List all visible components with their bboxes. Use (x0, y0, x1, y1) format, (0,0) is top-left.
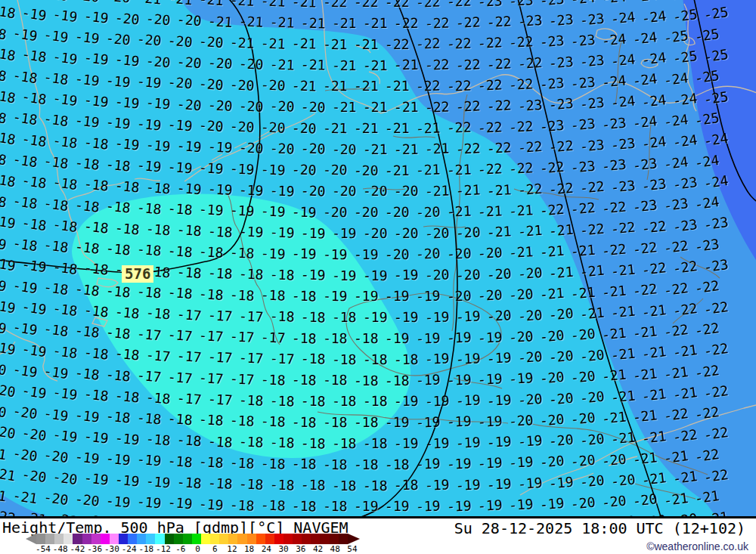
temp-value: -23 (672, 217, 699, 234)
temp-value: -21 (641, 303, 667, 320)
temp-value: -19 (176, 181, 202, 197)
temp-value: -24 (703, 132, 730, 149)
temp-value: -20 (517, 308, 543, 323)
temp-value: -21 (456, 184, 481, 198)
scale-color-box (284, 534, 293, 544)
temp-value: -24 (672, 133, 699, 150)
temp-value: -18 (0, 172, 17, 189)
temp-value: -20 (74, 492, 100, 509)
temp-value: -21 (323, 37, 348, 51)
temp-value: -17 (198, 371, 224, 386)
temp-value: -20 (601, 494, 627, 510)
temp-value: -19 (52, 8, 79, 24)
temp-value: -17 (239, 309, 264, 324)
temp-value: -23 (601, 116, 627, 132)
temp-value: -22 (456, 57, 481, 72)
scale-color-box (339, 534, 348, 544)
temp-value: -18 (230, 413, 255, 429)
temp-value: -18 (239, 435, 264, 450)
temp-value: -21 (385, 122, 410, 135)
scale-label: -42 (70, 544, 85, 554)
temp-value: -20 (579, 474, 605, 490)
temp-value: -22 (548, 139, 574, 155)
temp-value: -18 (261, 289, 286, 303)
temp-value: -18 (198, 413, 224, 428)
temp-value: -21 (487, 224, 512, 240)
temp-value: -19 (548, 475, 574, 491)
temp-value: -18 (114, 347, 140, 363)
temp-value: -20 (239, 57, 264, 72)
temp-value: -17 (136, 327, 162, 342)
temp-value: -21 (261, 36, 286, 51)
temp-value: -18 (0, 150, 8, 168)
temp-value: -24 (694, 153, 720, 169)
scale-color-box (82, 534, 91, 544)
temp-value: -18 (332, 353, 357, 367)
temp-value: -19 (239, 183, 264, 198)
temp-value: -20 (539, 328, 565, 343)
temp-value: -22 (703, 299, 730, 317)
temp-value: -18 (207, 476, 233, 491)
scale-color-box (247, 534, 256, 544)
temp-value: -22 (456, 100, 481, 114)
temp-value: -25 (703, 5, 730, 23)
temp-value: -19 (114, 473, 140, 489)
scale-color-box (256, 534, 265, 544)
temp-value: -20 (579, 390, 605, 406)
temp-value: -19 (447, 331, 472, 345)
temp-value: -18 (354, 458, 379, 472)
temp-value: -18 (83, 345, 109, 362)
temp-value: -21 (354, 38, 379, 51)
temp-value: -23 (610, 178, 636, 194)
temp-value: -22 (694, 405, 720, 422)
temp-value: -22 (548, 181, 574, 197)
temp-value: -19 (21, 258, 48, 275)
temp-value: -19 (167, 496, 193, 512)
temp-value: -18 (323, 416, 348, 430)
temp-value: -18 (270, 436, 295, 450)
scale-color-box (320, 534, 329, 544)
scale-color-box (265, 534, 274, 544)
temp-value: -21 (610, 305, 636, 320)
temp-value: -20 (416, 205, 441, 219)
temp-value: -21 (425, 184, 450, 198)
temp-value: -24 (570, 0, 596, 7)
temp-value: -19 (456, 394, 481, 408)
temp-value: -20 (425, 226, 450, 240)
temp-value: -18 (207, 224, 233, 239)
temp-value: -20 (570, 327, 596, 343)
temp-value: -22 (478, 78, 503, 93)
temp-value: -22 (487, 14, 512, 29)
temp-value: -22 (447, 79, 472, 93)
temp-value: -21 (447, 162, 472, 177)
temp-value: -20 (261, 79, 286, 93)
temp-value: -18 (301, 310, 326, 324)
temp-value: -19 (136, 495, 162, 511)
temp-value: -21 (292, 0, 317, 9)
temp-value: -18 (394, 352, 419, 366)
temp-value: -22 (456, 141, 481, 156)
scale-color-box (36, 534, 45, 544)
temp-value: -17 (230, 330, 255, 345)
temp-value: -19 (198, 203, 224, 218)
temp-value: -21 (610, 431, 636, 447)
temp-value: -20 (301, 142, 326, 156)
temp-value: -23 (610, 136, 636, 152)
temp-value: -19 (176, 139, 202, 154)
temp-value: -25 (663, 29, 689, 45)
temp-value: -23 (641, 177, 667, 193)
temp-value: -24 (694, 195, 720, 212)
temp-value: -21 (641, 429, 667, 446)
temp-value: -19 (207, 182, 233, 197)
temp-value: -18 (167, 202, 193, 218)
temp-value: -22 (416, 79, 441, 94)
temp-value: -23 (548, 13, 574, 29)
temp-value: -19 (167, 159, 193, 175)
temp-value: -18 (145, 180, 171, 196)
temp-value: -22 (694, 279, 720, 296)
temp-value: -19 (198, 161, 224, 176)
temp-value: -19 (539, 497, 565, 512)
scale-gradient (36, 534, 348, 544)
temp-value: -19 (385, 332, 410, 345)
temp-value: -22 (539, 203, 565, 218)
